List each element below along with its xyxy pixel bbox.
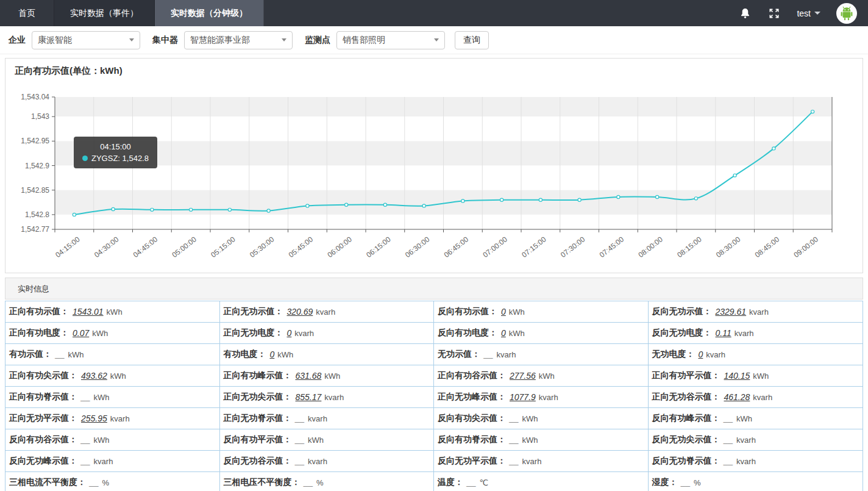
data-point[interactable] xyxy=(617,195,620,198)
nav-tab-realtime-event[interactable]: 实时数据（事件） xyxy=(54,0,155,26)
data-point[interactable] xyxy=(112,207,115,210)
bell-icon[interactable] xyxy=(738,7,752,20)
info-label: 正向无功尖示值： xyxy=(224,392,292,403)
enterprise-label: 企业 xyxy=(9,35,26,46)
info-cell: 反向无功电度：0.11kvarh xyxy=(649,323,863,344)
x-axis-label: 08:15:00 xyxy=(675,235,703,259)
info-value[interactable]: 1543.01 xyxy=(73,307,104,317)
info-value[interactable]: 461.28 xyxy=(724,392,750,402)
info-value[interactable]: 493.62 xyxy=(81,371,107,381)
data-point[interactable] xyxy=(500,198,503,201)
realtime-table: 正向有功示值：1543.01kWh正向无功示值：320.69kvarh反向有功示… xyxy=(5,301,863,491)
monitor-point-select-value: 销售部照明 xyxy=(343,35,385,46)
chevron-down-icon xyxy=(129,38,134,41)
info-value[interactable]: 320.69 xyxy=(287,307,313,317)
data-point[interactable] xyxy=(190,208,193,211)
info-value[interactable]: 140.15 xyxy=(724,371,750,381)
info-value[interactable]: 255.95 xyxy=(81,414,107,423)
info-cell: 有功电度：0kWh xyxy=(220,344,435,365)
data-point[interactable] xyxy=(656,195,659,198)
info-cell: 有功示值：__kWh xyxy=(5,344,220,365)
data-point[interactable] xyxy=(306,204,309,207)
info-value[interactable]: 855.17 xyxy=(296,392,322,402)
info-label: 反向有功示值： xyxy=(438,306,497,317)
info-label: 正向无功示值： xyxy=(224,306,283,317)
info-cell: 正向无功谷示值：461.28kvarh xyxy=(649,387,863,408)
info-value[interactable]: 0.07 xyxy=(73,328,89,338)
info-cell: 反向有功谷示值：__kWh xyxy=(5,429,220,451)
data-point[interactable] xyxy=(73,213,76,216)
data-point[interactable] xyxy=(539,198,542,201)
y-axis-label: 1,542.95 xyxy=(21,137,49,145)
info-cell: 无功电度：0kvarh xyxy=(649,344,863,365)
x-axis-label: 07:30:00 xyxy=(559,235,587,259)
x-axis-label: 07:00:00 xyxy=(482,235,510,259)
info-value[interactable]: 2329.61 xyxy=(716,307,747,317)
info-unit: kvarh xyxy=(316,307,335,317)
data-point[interactable] xyxy=(694,197,697,200)
info-cell: 正向无功尖示值：855.17kvarh xyxy=(220,387,435,408)
info-value[interactable]: 0 xyxy=(699,349,703,359)
data-point[interactable] xyxy=(422,204,425,207)
data-point[interactable] xyxy=(578,198,581,201)
info-label: 反向有功谷示值： xyxy=(9,434,77,445)
nav-tab-home[interactable]: 首页 xyxy=(0,0,54,26)
x-axis-label: 07:45:00 xyxy=(598,235,626,259)
info-unit: kvarh xyxy=(753,393,772,402)
chevron-down-icon xyxy=(282,38,286,41)
info-value[interactable]: 277.56 xyxy=(510,371,536,381)
info-value[interactable]: 0 xyxy=(287,328,292,338)
data-point[interactable] xyxy=(267,209,270,212)
info-cell: 正向无功峰示值：1077.9kvarh xyxy=(434,387,649,408)
info-value[interactable]: 0 xyxy=(270,349,275,359)
data-point[interactable] xyxy=(772,147,775,150)
data-point[interactable] xyxy=(151,208,154,211)
monitor-point-select[interactable]: 销售部照明 xyxy=(336,31,445,49)
chart-panel: 正向有功示值(单位：kWh) 1,543.041,5431,542.951,54… xyxy=(5,58,863,273)
info-cell: 反向有功平示值：__kWh xyxy=(220,429,435,451)
info-label: 正向无功谷示值： xyxy=(652,392,720,403)
info-value: __ xyxy=(55,349,65,359)
info-label: 正向有功平示值： xyxy=(652,370,720,381)
info-unit: kWh xyxy=(509,329,525,338)
info-label: 正向有功示值： xyxy=(9,306,69,317)
user-menu[interactable]: test xyxy=(797,9,820,18)
info-label: 反向无功谷示值： xyxy=(224,456,292,467)
info-label: 有功电度： xyxy=(224,349,266,360)
info-label: 湿度： xyxy=(652,477,678,488)
info-cell: 反向无功谷示值：__kvarh xyxy=(220,451,435,472)
info-value[interactable]: 0 xyxy=(501,328,506,338)
info-label: 正向有功尖示值： xyxy=(9,370,77,381)
avatar[interactable] xyxy=(836,3,857,24)
x-axis-label: 08:45:00 xyxy=(753,235,781,259)
user-name: test xyxy=(797,9,811,18)
info-value[interactable]: 631.68 xyxy=(296,371,322,381)
info-cell: 反向无功尖示值：__kvarh xyxy=(649,429,863,451)
concentrator-select[interactable]: 智慧能源事业部 xyxy=(184,31,293,49)
top-nav: 首页 实时数据（事件） 实时数据（分钟级） test xyxy=(0,0,868,26)
info-value[interactable]: 0 xyxy=(501,307,506,317)
data-point[interactable] xyxy=(228,208,231,211)
info-unit: kWh xyxy=(110,371,126,381)
info-unit: kWh xyxy=(539,371,555,381)
info-label: 无功示值： xyxy=(438,349,480,360)
info-cell: 正向有功尖示值：493.62kWh xyxy=(5,365,220,387)
info-unit: kvarh xyxy=(736,457,756,466)
enterprise-select[interactable]: 康派智能 xyxy=(32,31,140,49)
data-point[interactable] xyxy=(383,203,386,206)
fullscreen-icon[interactable] xyxy=(767,7,781,20)
info-unit: kvarh xyxy=(94,457,113,466)
info-cell: 正向无功示值：320.69kvarh xyxy=(220,301,435,323)
data-point[interactable] xyxy=(811,110,814,113)
info-value[interactable]: 1077.9 xyxy=(510,392,536,402)
filter-bar: 企业 康派智能 集中器 智慧能源事业部 监测点 销售部照明 查询 xyxy=(0,26,868,54)
line-chart[interactable]: 1,543.041,5431,542.951,542.91,542.851,54… xyxy=(5,81,861,270)
nav-tab-realtime-minute[interactable]: 实时数据（分钟级） xyxy=(155,0,264,26)
info-value[interactable]: 0.11 xyxy=(716,328,731,338)
data-point[interactable] xyxy=(461,199,464,202)
query-button[interactable]: 查询 xyxy=(455,31,489,49)
data-point[interactable] xyxy=(733,174,736,177)
x-axis-label: 09:00:00 xyxy=(792,235,820,259)
data-point[interactable] xyxy=(345,203,348,206)
info-value: __ xyxy=(724,456,734,466)
